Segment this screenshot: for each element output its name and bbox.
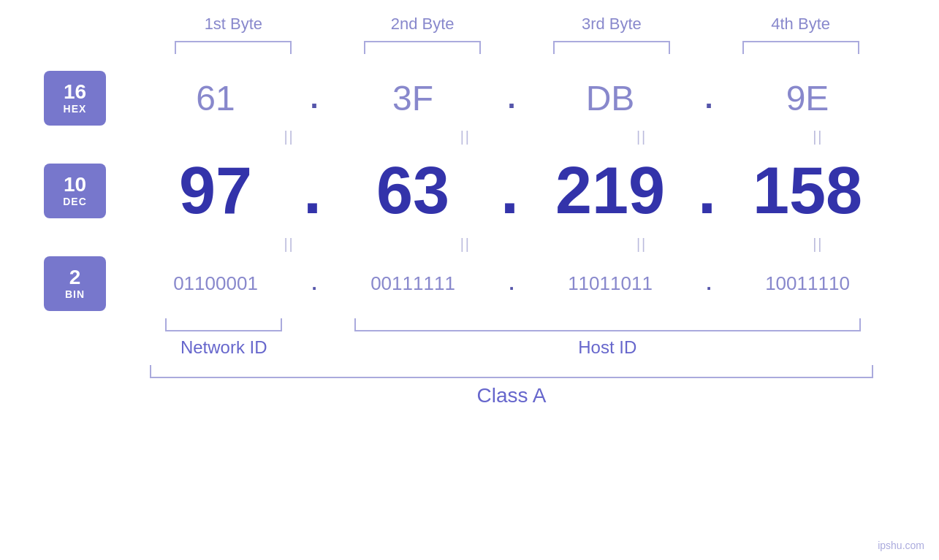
bin-val-1: 01100001 — [128, 272, 303, 295]
dec-val-4: 158 — [720, 153, 895, 229]
bin-dot-3: . — [698, 272, 720, 295]
byte-headers: 1st Byte 2nd Byte 3rd Byte 4th Byte — [44, 15, 895, 34]
equals-row-2: || || || || — [44, 236, 895, 253]
bin-val-3: 11011011 — [522, 272, 698, 295]
hex-val-3: DB — [522, 78, 698, 118]
network-bottom-bracket — [165, 318, 282, 331]
bin-val-4: 10011110 — [720, 272, 895, 295]
eq-2c: || — [565, 236, 719, 253]
dec-badge-number: 10 — [64, 174, 86, 196]
top-bracket-1 — [175, 41, 292, 54]
bottom-labels: Network ID Host ID — [128, 337, 895, 358]
dec-badge-label: DEC — [63, 196, 87, 207]
hex-val-2: 3F — [325, 78, 501, 118]
bin-row: 2 BIN 01100001 . 00111111 . 11011011 . 1… — [44, 254, 895, 312]
eq-2d: || — [741, 236, 895, 253]
bin-badge: 2 BIN — [44, 256, 106, 311]
bracket-cell-3 — [517, 41, 707, 54]
network-bracket-wrap — [128, 318, 320, 331]
eq-1a: || — [212, 129, 366, 145]
dec-row: 10 DEC 97 . 63 . 219 . 158 — [44, 147, 895, 234]
bin-badge-number: 2 — [69, 266, 81, 289]
eq-2a: || — [212, 236, 366, 253]
equals-row-1: || || || || — [44, 129, 895, 145]
bin-dot-2: . — [501, 272, 522, 295]
bracket-cell-2 — [328, 41, 517, 54]
hex-badge: 16 HEX — [44, 71, 106, 126]
hex-badge-label: HEX — [64, 103, 87, 115]
bottom-brackets-section: Network ID Host ID — [44, 318, 895, 358]
top-bracket-2 — [364, 41, 481, 54]
hex-val-1: 61 — [128, 78, 303, 118]
eq-1c: || — [565, 129, 719, 145]
top-bracket-4 — [742, 41, 859, 54]
main-container: 1st Byte 2nd Byte 3rd Byte 4th Byte 16 H… — [0, 0, 939, 560]
dec-dot-3: . — [698, 153, 720, 229]
network-id-label: Network ID — [128, 337, 320, 358]
dec-val-3: 219 — [522, 153, 698, 229]
dec-dot-1: . — [303, 153, 325, 229]
eq-2b: || — [388, 236, 542, 253]
byte2-header: 2nd Byte — [328, 15, 517, 34]
dec-val-2: 63 — [325, 153, 501, 229]
class-bracket — [150, 365, 873, 378]
dec-values: 97 . 63 . 219 . 158 — [128, 153, 895, 229]
top-bracket-3 — [553, 41, 670, 54]
class-section: Class A — [66, 365, 873, 407]
host-bottom-bracket — [354, 318, 861, 331]
hex-values: 61 . 3F . DB . 9E — [128, 78, 895, 118]
eq-1d: || — [741, 129, 895, 145]
watermark: ipshu.com — [878, 540, 924, 551]
bottom-brackets — [128, 318, 895, 331]
bracket-cell-4 — [706, 41, 895, 54]
top-brackets-row — [44, 41, 895, 54]
hex-row: 16 HEX 61 . 3F . DB . 9E — [44, 69, 895, 127]
host-bracket-wrap — [320, 318, 896, 331]
dec-dot-2: . — [501, 153, 522, 229]
bin-dot-1: . — [303, 272, 325, 295]
byte4-header: 4th Byte — [706, 15, 895, 34]
byte3-header: 3rd Byte — [517, 15, 707, 34]
dec-badge: 10 DEC — [44, 164, 106, 218]
host-id-label: Host ID — [320, 337, 896, 358]
hex-dot-2: . — [501, 82, 522, 115]
eq-1b: || — [388, 129, 542, 145]
bin-values: 01100001 . 00111111 . 11011011 . 1001111… — [128, 272, 895, 295]
bin-val-2: 00111111 — [325, 272, 501, 295]
hex-dot-1: . — [303, 82, 325, 115]
hex-badge-number: 16 — [64, 81, 86, 104]
hex-val-4: 9E — [720, 78, 895, 118]
bin-badge-label: BIN — [65, 288, 85, 300]
byte1-header: 1st Byte — [139, 15, 328, 34]
class-label: Class A — [150, 384, 873, 407]
bracket-cell-1 — [139, 41, 328, 54]
dec-val-1: 97 — [128, 153, 303, 229]
hex-dot-3: . — [698, 82, 720, 115]
